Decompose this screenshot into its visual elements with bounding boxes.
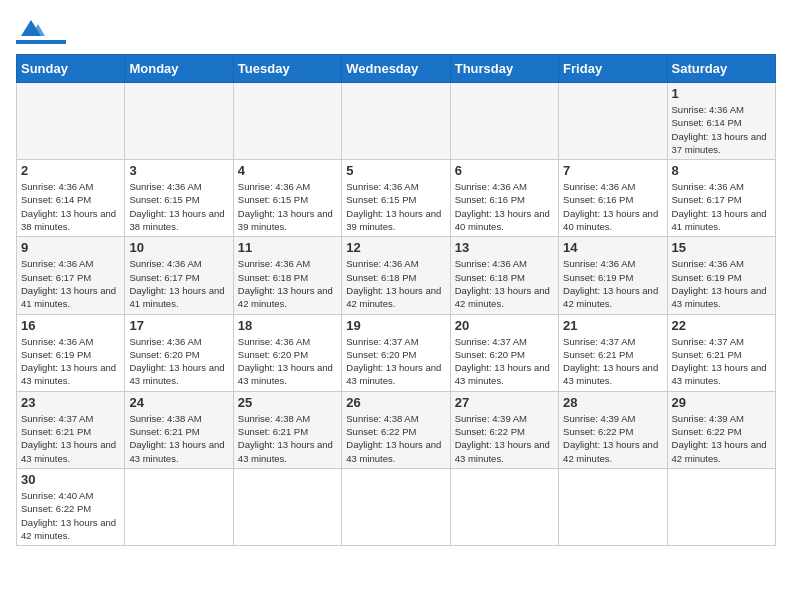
- calendar-cell: 23Sunrise: 4:37 AM Sunset: 6:21 PM Dayli…: [17, 391, 125, 468]
- day-number: 5: [346, 163, 445, 178]
- day-number: 2: [21, 163, 120, 178]
- day-number: 26: [346, 395, 445, 410]
- day-info: Sunrise: 4:36 AM Sunset: 6:17 PM Dayligh…: [129, 257, 228, 310]
- day-number: 7: [563, 163, 662, 178]
- calendar-cell: 14Sunrise: 4:36 AM Sunset: 6:19 PM Dayli…: [559, 237, 667, 314]
- day-info: Sunrise: 4:36 AM Sunset: 6:19 PM Dayligh…: [563, 257, 662, 310]
- day-info: Sunrise: 4:37 AM Sunset: 6:21 PM Dayligh…: [21, 412, 120, 465]
- calendar-cell: [125, 83, 233, 160]
- day-number: 27: [455, 395, 554, 410]
- day-info: Sunrise: 4:36 AM Sunset: 6:15 PM Dayligh…: [238, 180, 337, 233]
- calendar-cell: 20Sunrise: 4:37 AM Sunset: 6:20 PM Dayli…: [450, 314, 558, 391]
- calendar-cell: 17Sunrise: 4:36 AM Sunset: 6:20 PM Dayli…: [125, 314, 233, 391]
- day-number: 12: [346, 240, 445, 255]
- day-number: 24: [129, 395, 228, 410]
- column-header-monday: Monday: [125, 55, 233, 83]
- day-info: Sunrise: 4:36 AM Sunset: 6:20 PM Dayligh…: [238, 335, 337, 388]
- calendar-cell: 15Sunrise: 4:36 AM Sunset: 6:19 PM Dayli…: [667, 237, 775, 314]
- page-header: [16, 16, 776, 44]
- day-number: 23: [21, 395, 120, 410]
- calendar-cell: 27Sunrise: 4:39 AM Sunset: 6:22 PM Dayli…: [450, 391, 558, 468]
- calendar-cell: 4Sunrise: 4:36 AM Sunset: 6:15 PM Daylig…: [233, 160, 341, 237]
- day-info: Sunrise: 4:36 AM Sunset: 6:19 PM Dayligh…: [21, 335, 120, 388]
- day-number: 15: [672, 240, 771, 255]
- calendar-cell: 12Sunrise: 4:36 AM Sunset: 6:18 PM Dayli…: [342, 237, 450, 314]
- calendar-cell: 16Sunrise: 4:36 AM Sunset: 6:19 PM Dayli…: [17, 314, 125, 391]
- day-info: Sunrise: 4:39 AM Sunset: 6:22 PM Dayligh…: [672, 412, 771, 465]
- calendar-cell: 7Sunrise: 4:36 AM Sunset: 6:16 PM Daylig…: [559, 160, 667, 237]
- column-header-saturday: Saturday: [667, 55, 775, 83]
- calendar-cell: [342, 468, 450, 545]
- week-row-3: 9Sunrise: 4:36 AM Sunset: 6:17 PM Daylig…: [17, 237, 776, 314]
- week-row-4: 16Sunrise: 4:36 AM Sunset: 6:19 PM Dayli…: [17, 314, 776, 391]
- day-info: Sunrise: 4:37 AM Sunset: 6:21 PM Dayligh…: [563, 335, 662, 388]
- day-info: Sunrise: 4:40 AM Sunset: 6:22 PM Dayligh…: [21, 489, 120, 542]
- day-number: 30: [21, 472, 120, 487]
- day-info: Sunrise: 4:36 AM Sunset: 6:17 PM Dayligh…: [672, 180, 771, 233]
- day-info: Sunrise: 4:37 AM Sunset: 6:20 PM Dayligh…: [346, 335, 445, 388]
- calendar-body: 1Sunrise: 4:36 AM Sunset: 6:14 PM Daylig…: [17, 83, 776, 546]
- day-number: 1: [672, 86, 771, 101]
- calendar-cell: 30Sunrise: 4:40 AM Sunset: 6:22 PM Dayli…: [17, 468, 125, 545]
- calendar-cell: 11Sunrise: 4:36 AM Sunset: 6:18 PM Dayli…: [233, 237, 341, 314]
- day-info: Sunrise: 4:36 AM Sunset: 6:19 PM Dayligh…: [672, 257, 771, 310]
- calendar-cell: [559, 468, 667, 545]
- calendar-header-row: SundayMondayTuesdayWednesdayThursdayFrid…: [17, 55, 776, 83]
- column-header-sunday: Sunday: [17, 55, 125, 83]
- day-number: 3: [129, 163, 228, 178]
- calendar-cell: [559, 83, 667, 160]
- calendar-cell: 22Sunrise: 4:37 AM Sunset: 6:21 PM Dayli…: [667, 314, 775, 391]
- column-header-tuesday: Tuesday: [233, 55, 341, 83]
- day-info: Sunrise: 4:38 AM Sunset: 6:22 PM Dayligh…: [346, 412, 445, 465]
- day-info: Sunrise: 4:36 AM Sunset: 6:18 PM Dayligh…: [455, 257, 554, 310]
- day-number: 22: [672, 318, 771, 333]
- day-number: 8: [672, 163, 771, 178]
- day-info: Sunrise: 4:37 AM Sunset: 6:21 PM Dayligh…: [672, 335, 771, 388]
- day-info: Sunrise: 4:36 AM Sunset: 6:15 PM Dayligh…: [129, 180, 228, 233]
- calendar-cell: [233, 468, 341, 545]
- day-number: 16: [21, 318, 120, 333]
- day-info: Sunrise: 4:36 AM Sunset: 6:14 PM Dayligh…: [672, 103, 771, 156]
- calendar-cell: 1Sunrise: 4:36 AM Sunset: 6:14 PM Daylig…: [667, 83, 775, 160]
- calendar-cell: [125, 468, 233, 545]
- calendar-cell: 29Sunrise: 4:39 AM Sunset: 6:22 PM Dayli…: [667, 391, 775, 468]
- day-number: 17: [129, 318, 228, 333]
- day-info: Sunrise: 4:36 AM Sunset: 6:16 PM Dayligh…: [563, 180, 662, 233]
- day-number: 14: [563, 240, 662, 255]
- day-number: 11: [238, 240, 337, 255]
- logo-bar: [16, 40, 66, 44]
- calendar-cell: 6Sunrise: 4:36 AM Sunset: 6:16 PM Daylig…: [450, 160, 558, 237]
- calendar-cell: 28Sunrise: 4:39 AM Sunset: 6:22 PM Dayli…: [559, 391, 667, 468]
- day-info: Sunrise: 4:36 AM Sunset: 6:17 PM Dayligh…: [21, 257, 120, 310]
- calendar-cell: 2Sunrise: 4:36 AM Sunset: 6:14 PM Daylig…: [17, 160, 125, 237]
- calendar-cell: 9Sunrise: 4:36 AM Sunset: 6:17 PM Daylig…: [17, 237, 125, 314]
- calendar-cell: 8Sunrise: 4:36 AM Sunset: 6:17 PM Daylig…: [667, 160, 775, 237]
- day-number: 19: [346, 318, 445, 333]
- day-number: 20: [455, 318, 554, 333]
- calendar-cell: [450, 468, 558, 545]
- day-info: Sunrise: 4:36 AM Sunset: 6:16 PM Dayligh…: [455, 180, 554, 233]
- calendar-cell: 24Sunrise: 4:38 AM Sunset: 6:21 PM Dayli…: [125, 391, 233, 468]
- day-number: 4: [238, 163, 337, 178]
- day-number: 29: [672, 395, 771, 410]
- calendar-cell: [233, 83, 341, 160]
- calendar-cell: 13Sunrise: 4:36 AM Sunset: 6:18 PM Dayli…: [450, 237, 558, 314]
- day-info: Sunrise: 4:36 AM Sunset: 6:20 PM Dayligh…: [129, 335, 228, 388]
- calendar-cell: [450, 83, 558, 160]
- column-header-thursday: Thursday: [450, 55, 558, 83]
- day-number: 13: [455, 240, 554, 255]
- day-info: Sunrise: 4:36 AM Sunset: 6:18 PM Dayligh…: [238, 257, 337, 310]
- day-info: Sunrise: 4:36 AM Sunset: 6:15 PM Dayligh…: [346, 180, 445, 233]
- calendar-cell: 25Sunrise: 4:38 AM Sunset: 6:21 PM Dayli…: [233, 391, 341, 468]
- day-number: 10: [129, 240, 228, 255]
- week-row-5: 23Sunrise: 4:37 AM Sunset: 6:21 PM Dayli…: [17, 391, 776, 468]
- logo: [16, 16, 66, 44]
- day-info: Sunrise: 4:39 AM Sunset: 6:22 PM Dayligh…: [563, 412, 662, 465]
- calendar-cell: [342, 83, 450, 160]
- calendar-cell: 3Sunrise: 4:36 AM Sunset: 6:15 PM Daylig…: [125, 160, 233, 237]
- calendar-cell: 10Sunrise: 4:36 AM Sunset: 6:17 PM Dayli…: [125, 237, 233, 314]
- day-number: 9: [21, 240, 120, 255]
- calendar-table: SundayMondayTuesdayWednesdayThursdayFrid…: [16, 54, 776, 546]
- day-number: 25: [238, 395, 337, 410]
- day-number: 21: [563, 318, 662, 333]
